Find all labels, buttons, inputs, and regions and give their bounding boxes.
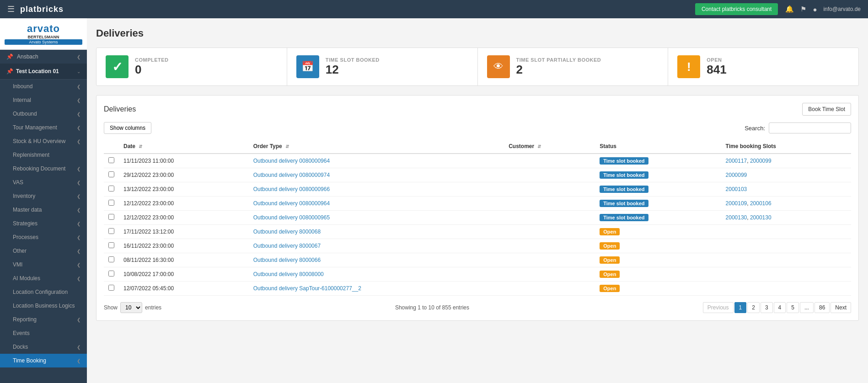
row-checkbox[interactable] bbox=[108, 242, 114, 248]
slot-link[interactable]: 2000099 bbox=[750, 158, 772, 164]
slot-link[interactable]: 2000130 bbox=[726, 214, 747, 221]
sidebar-item-vas[interactable]: VAS❮ bbox=[0, 176, 87, 189]
status-badge: Open bbox=[600, 242, 620, 250]
next-page-button[interactable]: Next bbox=[830, 302, 851, 313]
order-link[interactable]: Outbound delivery 8000066 bbox=[253, 257, 321, 263]
page-title: Deliveries bbox=[96, 27, 859, 39]
page-button-86[interactable]: 86 bbox=[814, 302, 830, 313]
sort-order-icon[interactable]: ⇵ bbox=[285, 144, 289, 149]
row-checkbox-cell bbox=[104, 211, 119, 225]
table-body: 11/11/2023 11:00:00 Outbound delivery 00… bbox=[104, 154, 851, 296]
sidebar-item-rebooking-document[interactable]: Rebooking Document❮ bbox=[0, 162, 87, 176]
row-checkbox[interactable] bbox=[108, 214, 114, 220]
row-order-type: Outbound delivery 0080000965 bbox=[249, 211, 504, 225]
row-checkbox-cell bbox=[104, 168, 119, 182]
row-checkbox-cell bbox=[104, 182, 119, 197]
slot-link[interactable]: 2000099 bbox=[726, 172, 747, 178]
sidebar-item-internal[interactable]: Internal❮ bbox=[0, 93, 87, 107]
entries-info: Showing 1 to 10 of 855 entries bbox=[395, 304, 469, 311]
sidebar-item-replenishment[interactable]: Replenishment bbox=[0, 148, 87, 162]
order-link[interactable]: Outbound delivery 0080000964 bbox=[253, 158, 330, 164]
sidebar-item-other[interactable]: Other❮ bbox=[0, 244, 87, 258]
sidebar-item-docks[interactable]: Docks❮ bbox=[0, 340, 87, 354]
show-entries: Show 10 25 50 entries bbox=[104, 302, 161, 313]
sort-customer-icon[interactable]: ⇵ bbox=[537, 144, 541, 149]
sidebar-item-master-data[interactable]: Master data❮ bbox=[0, 203, 87, 217]
sidebar-location[interactable]: 📌 Test Location 01 ⌄ bbox=[0, 64, 87, 80]
sidebar-item-stock-&-hu-overview[interactable]: Stock & HU Overview❮ bbox=[0, 134, 87, 148]
page-button-5[interactable]: 5 bbox=[787, 302, 799, 313]
prev-page-button[interactable]: Previous bbox=[703, 302, 734, 313]
table-header: Deliveries Book Time Slot bbox=[104, 103, 851, 116]
topbar-icons: 🔔 ⚑ ● info@arvato.de bbox=[785, 5, 861, 13]
nav-label: Internal bbox=[13, 97, 31, 103]
row-status: Open bbox=[595, 253, 721, 267]
sidebar-item-strategies[interactable]: Strategies❮ bbox=[0, 217, 87, 230]
sidebar-item-outbound[interactable]: Outbound❮ bbox=[0, 107, 87, 121]
sidebar-item-vmi[interactable]: VMI❮ bbox=[0, 258, 87, 271]
page-button-2[interactable]: 2 bbox=[747, 302, 760, 313]
page-button-4[interactable]: 4 bbox=[774, 302, 786, 313]
show-columns-button[interactable]: Show columns bbox=[104, 122, 151, 134]
col-status: Status bbox=[595, 139, 721, 154]
stat-label-0: COMPLETED bbox=[135, 57, 169, 63]
order-link[interactable]: Outbound delivery 80008000 bbox=[253, 271, 324, 277]
sort-date-icon[interactable]: ⇵ bbox=[139, 144, 142, 149]
book-time-slot-button[interactable]: Book Time Slot bbox=[802, 103, 851, 116]
order-link[interactable]: Outbound delivery 8000067 bbox=[253, 243, 321, 249]
bell-icon[interactable]: 🔔 bbox=[785, 5, 794, 13]
row-checkbox[interactable] bbox=[108, 256, 114, 262]
sidebar-item-reporting[interactable]: Reporting❮ bbox=[0, 313, 87, 326]
page-button-3[interactable]: 3 bbox=[761, 302, 773, 313]
row-checkbox[interactable] bbox=[108, 157, 114, 163]
stat-card-time-slot-booked: 📅 TIME SLOT BOOKED 12 bbox=[287, 48, 478, 85]
sidebar-location-parent[interactable]: 📌 Ansbach ❮ bbox=[0, 50, 87, 64]
nav-container: Inbound❮Internal❮Outbound❮Tour Managemen… bbox=[0, 80, 87, 367]
slot-link[interactable]: 2000130 bbox=[750, 214, 772, 221]
sidebar-item-ai-modules[interactable]: AI Modules❮ bbox=[0, 271, 87, 285]
order-link[interactable]: Outbound delivery 0080000964 bbox=[253, 200, 330, 207]
status-badge: Time slot booked bbox=[600, 157, 648, 165]
slot-link[interactable]: 2000106 bbox=[750, 200, 772, 207]
sidebar-item-inbound[interactable]: Inbound❮ bbox=[0, 80, 87, 93]
row-checkbox[interactable] bbox=[108, 228, 114, 234]
order-link[interactable]: Outbound delivery 0080000974 bbox=[253, 172, 330, 178]
nav-label: Processes bbox=[13, 234, 38, 240]
order-link[interactable]: Outbound delivery SapTour-6100000277__2 bbox=[253, 285, 361, 292]
sidebar-item-inventory[interactable]: Inventory❮ bbox=[0, 189, 87, 203]
chevron-icon: ❮ bbox=[77, 180, 80, 185]
row-status: Time slot booked bbox=[595, 211, 721, 225]
order-link[interactable]: Outbound delivery 0080000965 bbox=[253, 214, 330, 221]
row-checkbox[interactable] bbox=[108, 271, 114, 277]
chevron-icon: ❮ bbox=[77, 84, 80, 89]
sidebar-item-location-business-logics[interactable]: Location Business Logics bbox=[0, 299, 87, 313]
sidebar-item-tour-management[interactable]: Tour Management❮ bbox=[0, 121, 87, 134]
page-button-1[interactable]: 1 bbox=[734, 302, 747, 313]
row-order-type: Outbound delivery 8000066 bbox=[249, 253, 504, 267]
slot-link[interactable]: 2000109 bbox=[726, 200, 747, 207]
row-checkbox[interactable] bbox=[108, 200, 114, 206]
stats-row: ✓ COMPLETED 0 📅 TIME SLOT BOOKED 12 👁 TI… bbox=[96, 48, 859, 86]
row-date: 10/08/2022 17:00:00 bbox=[119, 267, 249, 282]
sidebar-item-time-booking[interactable]: Time Booking❮ bbox=[0, 354, 87, 367]
order-link[interactable]: Outbound delivery 8000068 bbox=[253, 229, 321, 235]
entries-select[interactable]: 10 25 50 bbox=[120, 302, 142, 313]
slot-link[interactable]: 2000103 bbox=[726, 186, 747, 192]
row-checkbox[interactable] bbox=[108, 285, 114, 291]
order-link[interactable]: Outbound delivery 0080000966 bbox=[253, 186, 330, 192]
row-checkbox[interactable] bbox=[108, 171, 114, 177]
logo-tag: Arvato Systems bbox=[5, 39, 82, 45]
sidebar-item-location-configuration[interactable]: Location Configuration bbox=[0, 285, 87, 299]
sidebar-item-events[interactable]: Events bbox=[0, 326, 87, 340]
show-entries-label: Show bbox=[104, 304, 118, 311]
row-checkbox[interactable] bbox=[108, 186, 114, 192]
chevron-icon: ❮ bbox=[77, 221, 80, 226]
consultant-button[interactable]: Contact platbricks consultant bbox=[695, 3, 778, 15]
flag-icon[interactable]: ⚑ bbox=[800, 5, 806, 13]
page-button-...[interactable]: ... bbox=[800, 302, 814, 313]
sidebar-item-processes[interactable]: Processes❮ bbox=[0, 230, 87, 244]
hamburger-icon[interactable]: ☰ bbox=[7, 4, 15, 14]
chevron-icon: ❮ bbox=[77, 262, 80, 267]
search-input[interactable] bbox=[769, 122, 851, 133]
slot-link[interactable]: 2000117 bbox=[726, 158, 747, 164]
